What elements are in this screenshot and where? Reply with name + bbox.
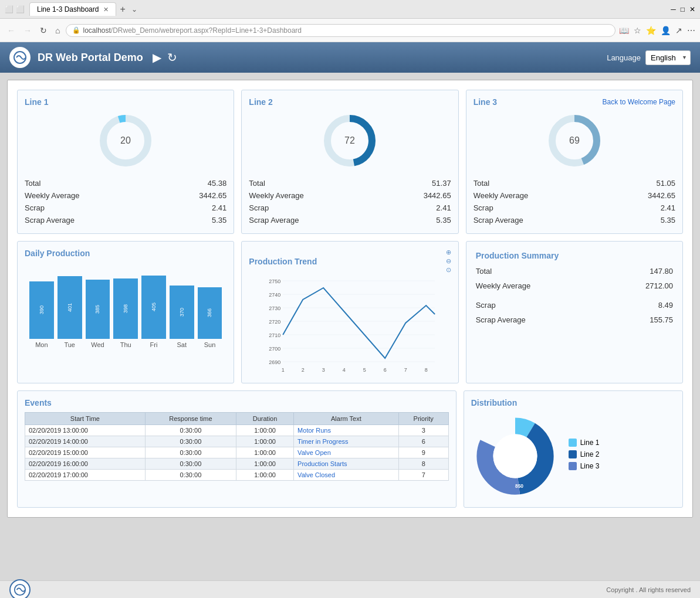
footer-logo-icon <box>13 583 26 596</box>
cell-start: 02/20/2019 13:00:00 <box>25 425 146 436</box>
day-label-thu: Thu <box>113 341 138 348</box>
summary-scrapavg-value: 155.75 <box>650 315 673 324</box>
line3-donut: 69 <box>545 111 604 170</box>
line2-scrap-value: 2.41 <box>436 203 451 212</box>
summary-scrap-label: Scrap <box>476 301 496 310</box>
line2-scrapavg-label: Scrap Average <box>249 216 299 225</box>
tab-close-button[interactable]: ✕ <box>103 6 109 13</box>
refresh-button[interactable]: ↻ <box>38 25 49 36</box>
line2-weekly-value: 3442.65 <box>424 191 451 200</box>
trend-line <box>283 288 435 358</box>
summary-total-label: Total <box>476 267 492 276</box>
day-label-fri: Fri <box>141 341 166 348</box>
y-label-2720: 2720 <box>269 319 280 325</box>
line1-card: Line 1 20 Total 45.38 Weekly Average 344… <box>17 90 234 234</box>
production-summary-title: Production Summary <box>476 251 673 260</box>
distribution-card: Distribution 900 <box>464 390 683 508</box>
share-icon[interactable]: ↗ <box>675 26 682 35</box>
production-row: Daily Production 390 401 385 <box>17 241 683 383</box>
settings-icon[interactable]: ⋯ <box>687 26 695 35</box>
line2-donut-container: 72 <box>249 111 451 170</box>
line2-title: Line 2 <box>249 97 451 107</box>
refresh-icon[interactable]: ↻ <box>167 50 177 64</box>
y-label-2750: 2750 <box>269 278 280 284</box>
table-row: 02/20/2019 17:00:00 0:30:00 1:00:00 Valv… <box>25 470 449 481</box>
cell-alarm: Motor Runs <box>294 425 399 436</box>
cell-start: 02/20/2019 14:00:00 <box>25 436 146 447</box>
bar-chart: 390 401 385 39 <box>25 263 226 339</box>
bar-mon-fill: 390 <box>29 281 54 339</box>
header-icons: ▶ ↻ <box>153 50 177 64</box>
home-button[interactable]: ⌂ <box>53 25 62 36</box>
close-button[interactable]: ✕ <box>689 5 695 13</box>
bar-mon-value: 390 <box>39 305 45 314</box>
cell-duration: 1:00:00 <box>236 436 294 447</box>
day-label-sat: Sat <box>170 341 194 348</box>
line3-donut-value: 69 <box>569 135 580 145</box>
play-icon[interactable]: ▶ <box>153 50 161 64</box>
zoom-reset-icon[interactable]: ⊙ <box>446 266 451 274</box>
svg-point-17 <box>493 434 537 478</box>
table-row: 02/20/2019 16:00:00 0:30:00 1:00:00 Prod… <box>25 458 449 470</box>
day-label-tue: Tue <box>58 341 82 348</box>
col-response-time: Response time <box>145 413 236 425</box>
bar-thu-value: 398 <box>123 304 128 313</box>
bar-wed-fill: 385 <box>86 280 110 339</box>
reader-icon[interactable]: 📖 <box>619 26 629 35</box>
bar-wed: 385 <box>86 265 110 339</box>
y-label-2690: 2690 <box>269 359 280 365</box>
bar-sun: 366 <box>198 265 222 339</box>
line3-scrap-value: 2.41 <box>661 203 675 212</box>
forward-button[interactable]: → <box>21 25 34 36</box>
daily-production-title: Daily Production <box>25 249 226 258</box>
dist-label-850: 850 <box>515 483 523 489</box>
production-trend-title: Production Trend <box>249 257 317 266</box>
cell-response: 0:30:00 <box>145 447 236 458</box>
hub-icon[interactable]: ⭐ <box>646 26 656 35</box>
cell-start: 02/20/2019 17:00:00 <box>25 470 146 481</box>
minimize-button[interactable]: ─ <box>671 5 676 13</box>
cell-priority: 9 <box>398 447 448 458</box>
y-label-2710: 2710 <box>269 332 280 338</box>
zoom-in-icon[interactable]: ⊕ <box>446 249 451 256</box>
language-selector: Language English <box>607 50 691 65</box>
address-bar[interactable]: 🔒 localhost /DRweb_Demo/webreport.aspx?R… <box>66 24 616 37</box>
line3-total-label: Total <box>474 179 489 188</box>
browser-tab[interactable]: Line 1-3 Dashboard ✕ <box>29 2 116 16</box>
line2-scrap-row: Scrap 2.41 <box>249 202 451 214</box>
y-label-2730: 2730 <box>269 305 280 311</box>
trend-header: Production Trend ⊕ ⊖ ⊙ <box>249 249 451 274</box>
x-label-6: 6 <box>384 367 387 373</box>
line1-scrapavg-label: Scrap Average <box>25 216 75 225</box>
main-content: Line 1 20 Total 45.38 Weekly Average 344… <box>0 73 700 580</box>
bar-day-labels: Mon Tue Wed Thu Fri Sat Sun <box>25 339 226 348</box>
profile-icon[interactable]: 👤 <box>661 26 671 35</box>
bookmark-icon[interactable]: ☆ <box>634 26 641 35</box>
bar-sat-value: 370 <box>179 308 185 317</box>
cell-priority: 7 <box>398 470 448 481</box>
new-tab-button[interactable]: + <box>116 4 128 15</box>
line2-scrap-label: Scrap <box>249 203 269 212</box>
cell-response: 0:30:00 <box>145 436 236 447</box>
summary-scrap-row: Scrap 8.49 <box>476 299 673 311</box>
zoom-out-icon[interactable]: ⊖ <box>446 257 451 265</box>
language-dropdown[interactable]: English <box>645 50 691 65</box>
line2-weekly-label: Weekly Average <box>249 191 303 200</box>
browser-titlebar: ⬜ ⬜ Line 1-3 Dashboard ✕ + ⌄ ─ □ ✕ <box>0 0 700 19</box>
back-button[interactable]: ← <box>5 25 18 36</box>
back-to-welcome-link[interactable]: Back to Welcome Page <box>602 98 675 106</box>
line1-scrapavg-value: 5.35 <box>212 216 226 225</box>
line3-scrap-row: Scrap 2.41 <box>474 202 675 214</box>
y-label-2700: 2700 <box>269 346 280 352</box>
production-trend-card: Production Trend ⊕ ⊖ ⊙ 2750 2740 2730 27… <box>241 241 458 383</box>
maximize-button[interactable]: □ <box>681 5 685 13</box>
cell-priority: 8 <box>398 458 448 470</box>
nav-icons: 📖 ☆ ⭐ 👤 ↗ ⋯ <box>619 26 695 35</box>
bar-fri-fill: 405 <box>141 276 166 339</box>
cell-alarm: Valve Open <box>294 447 399 458</box>
cell-priority: 6 <box>398 436 448 447</box>
line2-scrapavg-row: Scrap Average 5.35 <box>249 214 451 226</box>
x-label-8: 8 <box>425 367 428 373</box>
line3-card: Line 3 Back to Welcome Page 69 Total 51.… <box>466 90 683 234</box>
col-duration: Duration <box>236 413 294 425</box>
